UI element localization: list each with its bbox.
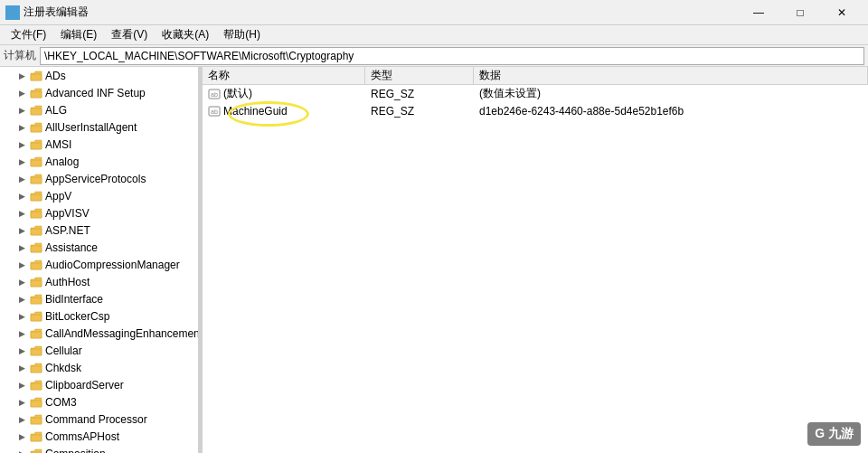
maximize-button[interactable]: □	[779, 0, 821, 25]
folder-icon-appserviceprotocols	[29, 172, 43, 186]
svg-text:ab: ab	[211, 91, 218, 98]
svg-rect-16	[31, 280, 42, 287]
svg-rect-2	[6, 14, 12, 19]
title-bar: 注册表编辑器 — □ ✕	[0, 0, 868, 25]
tree-expander-clipboardserver[interactable]: ▶	[14, 378, 29, 392]
tree-expander-commandprocessor[interactable]: ▶	[14, 412, 29, 427]
tree-item-amsi[interactable]: ▶ AMSI	[0, 136, 198, 153]
svg-rect-8	[31, 143, 42, 149]
tree-expander-composition[interactable]: ▶	[14, 447, 29, 454]
tree-item-alg[interactable]: ▶ ALG	[0, 101, 198, 118]
tree-expander-callandmessagingenhancement[interactable]: ▶	[14, 326, 29, 341]
address-input[interactable]	[40, 47, 864, 65]
tree-label-clipboardserver: ClipboardServer	[45, 379, 124, 392]
tree-label-appv: AppV	[45, 190, 71, 203]
tree-item-appv[interactable]: ▶ AppV	[0, 187, 198, 204]
close-button[interactable]: ✕	[821, 0, 863, 25]
svg-rect-12	[31, 212, 42, 218]
folder-icon-appvisv	[29, 206, 43, 221]
folder-icon-bidinterface	[29, 292, 43, 307]
tree-label-advanced-inf-setup: Advanced INF Setup	[45, 87, 146, 99]
table-row[interactable]: ab (默认)REG_SZ(数值未设置)	[203, 85, 868, 102]
tree-item-ads[interactable]: ▶ ADs	[0, 67, 198, 84]
tree-expander-com3[interactable]: ▶	[14, 395, 29, 410]
folder-icon-appv	[29, 189, 43, 203]
value-name-machineguid: MachineGuid	[223, 105, 288, 118]
folder-icon-aspnet	[29, 223, 43, 238]
tree-expander-amsi[interactable]: ▶	[14, 137, 29, 152]
svg-text:ab: ab	[211, 109, 218, 115]
tree-expander-assistance[interactable]: ▶	[14, 241, 29, 255]
folder-icon-com3	[29, 395, 43, 410]
tree-expander-chkdsk[interactable]: ▶	[14, 361, 29, 375]
tree-item-authhost[interactable]: ▶ AuthHost	[0, 273, 198, 290]
folder-icon-cellular	[29, 344, 43, 358]
tree-item-commsaphost[interactable]: ▶ CommsAPHost	[0, 428, 198, 445]
folder-icon-advanced-inf-setup	[29, 86, 43, 100]
tree-expander-commsaphost[interactable]: ▶	[14, 429, 29, 444]
tree-item-assistance[interactable]: ▶ Assistance	[0, 239, 198, 256]
cell-name-machineguid: ab MachineGuid	[203, 102, 365, 119]
menu-edit[interactable]: 编辑(E)	[53, 25, 104, 44]
tree-item-bidinterface[interactable]: ▶ BidInterface	[0, 290, 198, 307]
tree-expander-bidinterface[interactable]: ▶	[14, 292, 29, 307]
tree-expander-alluserinstallagent[interactable]: ▶	[14, 120, 29, 135]
tree-item-bitlockercsp[interactable]: ▶ BitLockerCsp	[0, 307, 198, 325]
tree-expander-audiocompressionmanager[interactable]: ▶	[14, 258, 29, 272]
tree-item-aspnet[interactable]: ▶ ASP.NET	[0, 222, 198, 239]
menu-view[interactable]: 查看(V)	[104, 25, 155, 44]
tree-item-clipboardserver[interactable]: ▶ ClipboardServer	[0, 376, 198, 393]
menu-file[interactable]: 文件(F)	[4, 25, 53, 44]
tree-item-composition[interactable]: ▶ Composition	[0, 445, 198, 453]
tree-item-cellular[interactable]: ▶ Cellular	[0, 342, 198, 359]
tree-label-alluserinstallagent: AllUserInstallAgent	[45, 121, 137, 134]
tree-expander-appserviceprotocols[interactable]: ▶	[14, 172, 29, 186]
svg-rect-15	[31, 263, 42, 269]
reg-value-icon-machineguid: ab	[208, 104, 223, 118]
menu-help[interactable]: 帮助(H)	[216, 25, 268, 44]
table-row[interactable]: ab MachineGuidREG_SZd1eb246e-6243-4460-a…	[203, 102, 868, 119]
svg-rect-13	[31, 229, 42, 235]
tree-label-bitlockercsp: BitLockerCsp	[45, 310, 109, 323]
tree-item-callandmessagingenhancement[interactable]: ▶ CallAndMessagingEnhancement	[0, 325, 198, 342]
folder-icon-chkdsk	[29, 361, 43, 375]
folder-icon-alluserinstallagent	[29, 120, 43, 135]
svg-rect-24	[31, 418, 42, 424]
tree-label-aspnet: ASP.NET	[45, 224, 90, 237]
column-header-type[interactable]: 类型	[365, 67, 474, 84]
tree-expander-advanced-inf-setup[interactable]: ▶	[14, 86, 29, 100]
tree-item-audiocompressionmanager[interactable]: ▶ AudioCompressionManager	[0, 256, 198, 273]
tree-item-analog[interactable]: ▶ Analog	[0, 153, 198, 170]
tree-item-chkdsk[interactable]: ▶ Chkdsk	[0, 359, 198, 376]
tree-item-appvisv[interactable]: ▶ AppVISV	[0, 204, 198, 222]
column-header-data[interactable]: 数据	[474, 67, 868, 84]
tree-item-appserviceprotocols[interactable]: ▶ AppServiceProtocols	[0, 170, 198, 187]
tree-item-com3[interactable]: ▶ COM3	[0, 393, 198, 411]
tree-item-advanced-inf-setup[interactable]: ▶ Advanced INF Setup	[0, 84, 198, 101]
menu-favorites[interactable]: 收藏夹(A)	[155, 25, 216, 44]
column-header-name[interactable]: 名称	[203, 67, 365, 84]
tree-expander-alg[interactable]: ▶	[14, 103, 29, 118]
tree-expander-authhost[interactable]: ▶	[14, 275, 29, 289]
tree-item-alluserinstallagent[interactable]: ▶ AllUserInstallAgent	[0, 118, 198, 136]
tree-expander-appvisv[interactable]: ▶	[14, 206, 29, 221]
tree-expander-bitlockercsp[interactable]: ▶	[14, 309, 29, 324]
tree-expander-aspnet[interactable]: ▶	[14, 223, 29, 238]
minimize-button[interactable]: —	[738, 0, 779, 25]
svg-rect-6	[31, 109, 42, 115]
svg-rect-0	[6, 6, 12, 12]
cell-data-default: (数值未设置)	[474, 85, 868, 102]
tree-label-audiocompressionmanager: AudioCompressionManager	[45, 259, 180, 271]
cell-type-default: REG_SZ	[365, 85, 474, 102]
table-body: ab (默认)REG_SZ(数值未设置) ab MachineGuidREG_S…	[203, 85, 868, 453]
tree-label-assistance: Assistance	[45, 241, 98, 254]
tree-expander-cellular[interactable]: ▶	[14, 344, 29, 358]
tree-expander-ads[interactable]: ▶	[14, 69, 29, 83]
folder-icon-assistance	[29, 241, 43, 255]
tree-label-chkdsk: Chkdsk	[45, 362, 81, 374]
tree-label-com3: COM3	[45, 396, 77, 409]
tree-expander-analog[interactable]: ▶	[14, 155, 29, 169]
tree-expander-appv[interactable]: ▶	[14, 189, 29, 203]
tree-item-commandprocessor[interactable]: ▶ Command Processor	[0, 411, 198, 428]
value-name-default: (默认)	[223, 86, 252, 101]
